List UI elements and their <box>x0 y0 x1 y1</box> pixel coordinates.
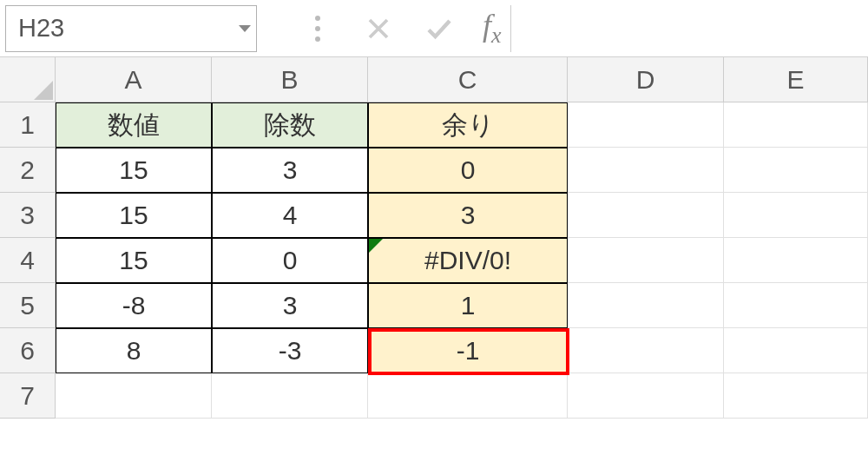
select-all-corner[interactable] <box>0 57 56 102</box>
cell-D2[interactable] <box>568 148 724 193</box>
col-header-E[interactable]: E <box>724 57 868 102</box>
row-header-1[interactable]: 1 <box>0 102 56 148</box>
cell-C2[interactable]: 0 <box>368 148 568 193</box>
enter-icon <box>422 11 457 46</box>
cell-D5[interactable] <box>568 283 724 328</box>
row-1: 1 数値 除数 余り <box>0 102 868 148</box>
cell-D7[interactable] <box>568 373 724 419</box>
cell-C5[interactable]: 1 <box>368 283 568 328</box>
row-header-6[interactable]: 6 <box>0 328 56 373</box>
cell-D6[interactable] <box>568 328 724 373</box>
cell-B4[interactable]: 0 <box>212 238 368 283</box>
cell-E6[interactable] <box>724 328 868 373</box>
cell-A6[interactable]: 8 <box>56 328 212 373</box>
cell-E3[interactable] <box>724 193 868 238</box>
worksheet[interactable]: A B C D E 1 数値 除数 余り 2 15 3 0 3 15 4 3 4… <box>0 57 868 419</box>
col-header-D[interactable]: D <box>568 57 724 102</box>
chevron-down-icon[interactable] <box>239 25 251 32</box>
row-header-2[interactable]: 2 <box>0 148 56 193</box>
formula-bar-buttons: fx <box>266 7 502 49</box>
cell-E2[interactable] <box>724 148 868 193</box>
cell-E4[interactable] <box>724 238 868 283</box>
name-box[interactable]: H23 <box>5 5 257 52</box>
cell-A3[interactable]: 15 <box>56 193 212 238</box>
col-header-C[interactable]: C <box>368 57 568 102</box>
cell-C4[interactable]: #DIV/0! <box>368 238 568 283</box>
row-3: 3 15 4 3 <box>0 193 868 238</box>
cell-B7[interactable] <box>212 373 368 419</box>
cell-C4-value: #DIV/0! <box>424 246 511 275</box>
cell-E1[interactable] <box>724 102 868 148</box>
cell-A5[interactable]: -8 <box>56 283 212 328</box>
row-header-4[interactable]: 4 <box>0 238 56 283</box>
insert-function-button[interactable]: fx <box>483 7 502 49</box>
error-flag-icon[interactable] <box>369 239 383 253</box>
cell-C6[interactable]: -1 <box>368 328 568 373</box>
cancel-icon <box>361 11 396 46</box>
cell-D4[interactable] <box>568 238 724 283</box>
row-4: 4 15 0 #DIV/0! <box>0 238 868 283</box>
svg-marker-0 <box>34 81 53 100</box>
col-header-B[interactable]: B <box>212 57 368 102</box>
cell-D1[interactable] <box>568 102 724 148</box>
more-icon[interactable] <box>300 11 335 46</box>
cell-B1[interactable]: 除数 <box>212 102 368 148</box>
cell-B2[interactable]: 3 <box>212 148 368 193</box>
row-5: 5 -8 3 1 <box>0 283 868 328</box>
row-6: 6 8 -3 -1 <box>0 328 868 373</box>
cell-B3[interactable]: 4 <box>212 193 368 238</box>
cell-C1[interactable]: 余り <box>368 102 568 148</box>
formula-input[interactable] <box>510 5 863 52</box>
cell-E7[interactable] <box>724 373 868 419</box>
cell-A7[interactable] <box>56 373 212 419</box>
cell-E5[interactable] <box>724 283 868 328</box>
formula-bar: H23 fx <box>0 0 868 57</box>
row-header-3[interactable]: 3 <box>0 193 56 238</box>
row-header-5[interactable]: 5 <box>0 283 56 328</box>
cell-B6[interactable]: -3 <box>212 328 368 373</box>
row-7: 7 <box>0 373 868 419</box>
cell-C3[interactable]: 3 <box>368 193 568 238</box>
cell-A1[interactable]: 数値 <box>56 102 212 148</box>
row-header-7[interactable]: 7 <box>0 373 56 419</box>
cell-B5[interactable]: 3 <box>212 283 368 328</box>
column-headers: A B C D E <box>56 57 868 102</box>
name-box-value: H23 <box>18 14 64 43</box>
cell-D3[interactable] <box>568 193 724 238</box>
row-2: 2 15 3 0 <box>0 148 868 193</box>
col-header-A[interactable]: A <box>56 57 212 102</box>
cell-C7[interactable] <box>368 373 568 419</box>
cell-A4[interactable]: 15 <box>56 238 212 283</box>
cell-A2[interactable]: 15 <box>56 148 212 193</box>
